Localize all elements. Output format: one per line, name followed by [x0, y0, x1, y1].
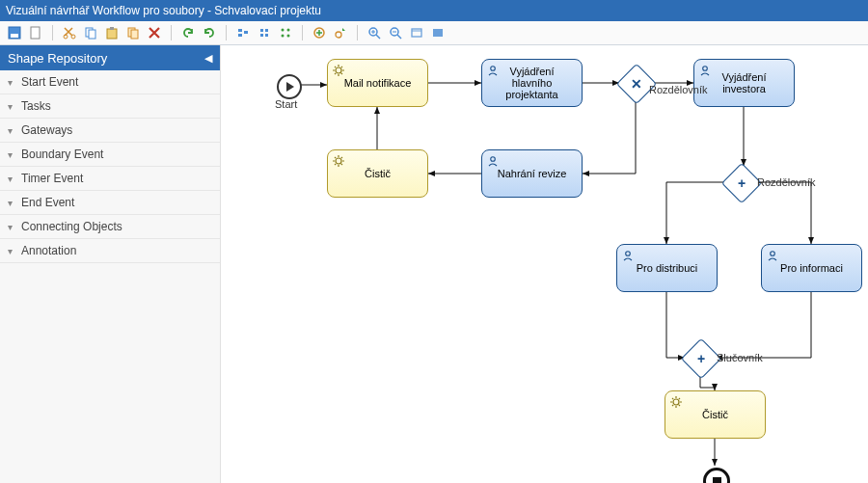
svg-point-20 — [282, 35, 285, 38]
toolbar-separator — [52, 25, 53, 40]
add-link-icon[interactable] — [311, 24, 328, 41]
svg-point-21 — [287, 35, 290, 38]
start-label: Start — [275, 98, 297, 110]
user-icon — [486, 154, 500, 168]
chevron-icon: ▾ — [8, 174, 17, 184]
svg-point-18 — [282, 29, 285, 32]
task-mail[interactable]: Mail notifikace — [327, 59, 428, 107]
task-prodist[interactable]: Pro distribuci — [616, 244, 718, 292]
svg-rect-15 — [265, 29, 268, 32]
task-label: Vyjádření hlavního projektanta — [486, 66, 578, 100]
svg-rect-13 — [244, 31, 248, 34]
svg-rect-6 — [89, 30, 95, 39]
paste-icon[interactable] — [103, 24, 121, 41]
undo-icon[interactable] — [179, 24, 197, 41]
svg-rect-11 — [238, 29, 242, 32]
svg-rect-10 — [131, 30, 138, 39]
sidebar: Shape Repository ◀ ▾Start Event ▾Tasks ▾… — [0, 45, 221, 483]
svg-point-30 — [703, 67, 708, 71]
task-label: Pro informaci — [776, 262, 847, 274]
new-icon[interactable] — [27, 24, 44, 41]
fullscreen-icon[interactable] — [429, 24, 447, 41]
user-icon — [698, 64, 712, 77]
window-titlebar: Vizuální návrhář Workflow pro soubory - … — [0, 0, 868, 21]
svg-rect-27 — [433, 29, 443, 37]
svg-rect-17 — [265, 34, 268, 37]
start-event[interactable] — [277, 74, 302, 99]
svg-rect-7 — [107, 29, 117, 39]
gateway-label: Rozdělovník — [649, 84, 708, 95]
svg-rect-26 — [412, 29, 421, 37]
task-vyjinv[interactable]: Vyjádření investora — [693, 59, 795, 107]
chevron-icon: ▾ — [8, 198, 17, 208]
svg-point-28 — [336, 67, 341, 73]
clone-icon[interactable] — [124, 24, 142, 41]
toolbar-separator — [226, 25, 227, 40]
fit-icon[interactable] — [408, 24, 425, 41]
sidebar-item-label: Gateways — [21, 123, 72, 137]
align-center-icon[interactable] — [256, 24, 273, 41]
task-label: Mail notifikace — [340, 77, 416, 89]
gateway-label: Slučovník — [717, 352, 763, 363]
sidebar-item-label: Annotation — [21, 244, 76, 257]
svg-point-23 — [336, 32, 341, 38]
sidebar-item-label: Tasks — [21, 99, 51, 113]
task-nahrani[interactable]: Nahrání revize — [481, 149, 583, 198]
sidebar-item-label: End Event — [21, 196, 74, 209]
zoom-out-icon[interactable] — [387, 24, 404, 41]
sidebar-item-label: Connecting Objects — [21, 220, 122, 233]
task-vyjproj[interactable]: Vyjádření hlavního projektanta — [481, 59, 583, 107]
svg-rect-14 — [260, 29, 263, 32]
sidebar-title: Shape Repository — [8, 51, 107, 66]
zoom-in-icon[interactable] — [366, 24, 383, 41]
play-icon — [286, 82, 294, 92]
window-title: Vizuální návrhář Workflow pro soubory - … — [6, 4, 321, 17]
sidebar-item-connecting-objects[interactable]: ▾Connecting Objects — [0, 215, 220, 239]
task-cistic2[interactable]: Čistič — [665, 390, 766, 439]
toolbar-separator — [171, 25, 172, 40]
sidebar-item-label: Boundary Event — [21, 148, 103, 161]
chevron-icon: ▾ — [8, 246, 17, 256]
gear-icon — [669, 395, 683, 409]
copy-icon[interactable] — [82, 24, 99, 41]
toolbar-separator — [357, 25, 358, 40]
sidebar-item-end-event[interactable]: ▾End Event — [0, 191, 220, 215]
svg-rect-16 — [260, 34, 263, 37]
add-event-icon[interactable] — [332, 24, 349, 41]
sidebar-item-annotation[interactable]: ▾Annotation — [0, 239, 220, 263]
task-cistic1[interactable]: Čistič — [327, 149, 428, 198]
delete-icon[interactable] — [146, 24, 163, 41]
gear-icon — [332, 154, 345, 168]
user-icon — [621, 249, 635, 262]
svg-point-19 — [287, 29, 290, 32]
chevron-icon: ▾ — [8, 125, 17, 136]
task-label: Vyjádření investora — [698, 71, 790, 94]
sidebar-header[interactable]: Shape Repository ◀ — [0, 45, 220, 70]
svg-point-31 — [336, 158, 341, 164]
task-proinfo[interactable]: Pro informaci — [761, 244, 862, 292]
cut-icon[interactable] — [61, 24, 78, 41]
sidebar-item-start-event[interactable]: ▾Start Event — [0, 70, 220, 94]
redo-icon[interactable] — [201, 24, 218, 41]
svg-rect-1 — [11, 34, 18, 38]
workflow-canvas[interactable]: Start Mail notifikaceVyjádření hlavního … — [221, 45, 868, 483]
toolbar-separator — [302, 25, 303, 40]
collapse-icon[interactable]: ◀ — [204, 52, 212, 65]
stop-icon — [713, 477, 721, 484]
gateway-label: Rozdělovník — [757, 176, 816, 188]
gear-icon — [332, 64, 345, 77]
align-grid-icon[interactable] — [277, 24, 294, 41]
svg-point-34 — [771, 252, 775, 256]
sidebar-item-tasks[interactable]: ▾Tasks — [0, 94, 220, 119]
save-icon[interactable] — [6, 24, 23, 41]
sidebar-item-timer-event[interactable]: ▾Timer Event — [0, 167, 220, 191]
svg-point-4 — [71, 35, 75, 39]
parallel-gateway-icon: + — [697, 351, 705, 366]
user-icon — [766, 249, 779, 262]
sidebar-item-label: Timer Event — [21, 172, 83, 185]
sidebar-item-gateways[interactable]: ▾Gateways — [0, 119, 220, 143]
sidebar-item-boundary-event[interactable]: ▾Boundary Event — [0, 143, 220, 167]
svg-point-35 — [673, 399, 679, 405]
chevron-icon: ▾ — [8, 77, 17, 88]
align-left-icon[interactable] — [234, 24, 252, 41]
